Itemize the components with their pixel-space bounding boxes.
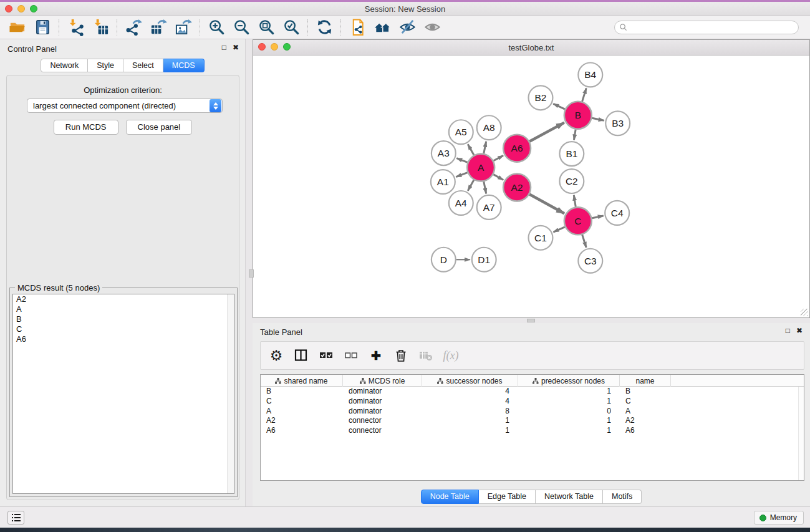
graph-edge[interactable]	[574, 129, 576, 140]
graph-node-A3[interactable]: A3	[432, 141, 456, 165]
graph-node-A5[interactable]: A5	[449, 120, 473, 144]
hide-view-button[interactable]	[395, 17, 420, 37]
graph-node-B4[interactable]: B4	[578, 62, 602, 87]
criterion-dropdown[interactable]: largest connected component (directed)	[27, 99, 223, 113]
share-document-button[interactable]	[345, 17, 370, 37]
graph-node-B[interactable]: B	[564, 102, 592, 129]
task-history-button[interactable]	[7, 511, 24, 525]
add-column-button[interactable]: ✚	[368, 347, 384, 364]
export-table-button[interactable]	[146, 17, 171, 37]
close-panel-icon[interactable]: ✖	[233, 43, 239, 52]
tab-edge-table[interactable]: Edge Table	[479, 490, 536, 504]
zoom-selected-button[interactable]	[279, 17, 304, 37]
refresh-layout-button[interactable]	[312, 17, 337, 37]
tab-network[interactable]: Network	[41, 59, 88, 72]
delete-column-button[interactable]	[393, 347, 409, 364]
mcds-result-item[interactable]: B	[13, 314, 234, 324]
export-network-button[interactable]	[121, 17, 146, 37]
select-all-button[interactable]	[318, 347, 334, 364]
graph-node-D1[interactable]: D1	[472, 248, 496, 272]
mcds-result-item[interactable]: A2	[13, 294, 234, 304]
network-canvas[interactable]: B4B2BB3B1A5A8A6A3AA1A2C2A4A7C4CC1C3DD1	[253, 56, 809, 317]
graph-edge[interactable]	[468, 144, 474, 155]
graph-node-A4[interactable]: A4	[449, 191, 473, 215]
graph-edge[interactable]	[456, 158, 467, 163]
function-builder-button[interactable]: f(x)	[443, 347, 459, 364]
tab-network-table[interactable]: Network Table	[536, 490, 603, 504]
graph-node-B3[interactable]: B3	[605, 111, 630, 135]
column-header-MCDS-role[interactable]: MCDS role	[343, 375, 422, 387]
column-header-shared-name[interactable]: shared name	[261, 375, 343, 387]
network-window-titlebar[interactable]: testGlobe.txt	[253, 40, 809, 56]
column-header-name[interactable]: name	[620, 375, 671, 387]
graph-node-D[interactable]: D	[432, 248, 456, 272]
resize-grip[interactable]	[801, 309, 808, 316]
graph-edge[interactable]	[582, 88, 587, 101]
close-panel-button[interactable]: Close panel	[126, 120, 193, 135]
graph-edge[interactable]	[484, 181, 486, 193]
graph-edge[interactable]	[592, 216, 603, 218]
import-network-button[interactable]	[63, 17, 88, 37]
graph-node-C4[interactable]: C4	[605, 201, 629, 225]
network-horizontal-scrollbar[interactable]	[527, 319, 535, 322]
deselect-all-button[interactable]	[343, 347, 359, 364]
graph-edge[interactable]	[553, 104, 565, 109]
graph-edge[interactable]	[493, 155, 503, 160]
network-vertical-scrollbar[interactable]	[249, 269, 254, 278]
table-scrollbar[interactable]	[798, 387, 804, 480]
delete-table-button[interactable]	[418, 347, 434, 364]
float-panel-icon[interactable]: □	[222, 43, 226, 52]
graph-edge[interactable]	[582, 235, 586, 248]
graph-node-A[interactable]: A	[467, 154, 494, 181]
graph-edge[interactable]	[493, 175, 503, 180]
tab-select[interactable]: Select	[123, 59, 163, 72]
memory-button[interactable]: Memory	[754, 511, 804, 525]
mcds-result-list[interactable]: A2ABCA6	[12, 294, 234, 494]
zoom-fit-button[interactable]	[254, 17, 279, 37]
graph-edge[interactable]	[456, 173, 467, 177]
import-table-button[interactable]	[88, 17, 113, 37]
graph-edge[interactable]	[574, 195, 576, 207]
export-image-button[interactable]	[171, 17, 196, 37]
table-settings-button[interactable]: ⚙	[268, 347, 284, 364]
graph-node-C3[interactable]: C3	[578, 249, 602, 273]
graph-edge[interactable]	[484, 142, 486, 153]
search-input[interactable]	[627, 22, 798, 33]
graph-node-A1[interactable]: A1	[431, 170, 455, 194]
graph-node-A8[interactable]: A8	[477, 115, 501, 140]
graph-edge[interactable]	[553, 227, 564, 232]
table-row[interactable]: A2connector11A2	[261, 416, 804, 426]
graph-node-B1[interactable]: B1	[559, 142, 584, 166]
run-mcds-button[interactable]: Run MCDS	[54, 120, 118, 135]
tab-mcds[interactable]: MCDS	[163, 59, 205, 72]
mcds-result-item[interactable]: C	[13, 324, 234, 334]
graph-node-C[interactable]: C	[564, 207, 592, 235]
table-row[interactable]: Bdominator41B	[261, 387, 804, 397]
tab-node-table[interactable]: Node Table	[421, 490, 479, 504]
column-header-predecessor-nodes[interactable]: predecessor nodes	[518, 375, 620, 387]
zoom-out-button[interactable]	[229, 17, 254, 37]
graph-edge[interactable]	[529, 123, 564, 142]
tab-motifs[interactable]: Motifs	[603, 490, 642, 504]
graph-node-C2[interactable]: C2	[559, 169, 584, 193]
graph-node-C1[interactable]: C1	[529, 226, 553, 250]
tab-style[interactable]: Style	[88, 59, 123, 72]
dropdown-stepper-icon[interactable]	[210, 99, 221, 112]
graph-node-A6[interactable]: A6	[503, 135, 531, 162]
graph-node-A2[interactable]: A2	[503, 174, 531, 201]
zoom-in-button[interactable]	[204, 17, 229, 37]
home-network-button[interactable]	[370, 17, 395, 37]
show-columns-button[interactable]	[293, 347, 309, 364]
float-panel-icon[interactable]: □	[786, 326, 790, 335]
table-row[interactable]: Cdominator41C	[261, 397, 804, 407]
mcds-list-scrollbar[interactable]	[227, 294, 234, 493]
table-row[interactable]: Adominator80A	[261, 407, 804, 417]
search-field[interactable]	[614, 21, 799, 34]
graph-node-A7[interactable]: A7	[477, 195, 501, 220]
graph-edge[interactable]	[529, 195, 564, 214]
open-file-button[interactable]	[5, 17, 30, 37]
mcds-result-item[interactable]: A6	[13, 334, 234, 344]
mcds-result-item[interactable]: A	[13, 304, 234, 314]
table-row[interactable]: A6connector11A6	[261, 426, 804, 436]
show-view-button[interactable]	[420, 17, 445, 37]
